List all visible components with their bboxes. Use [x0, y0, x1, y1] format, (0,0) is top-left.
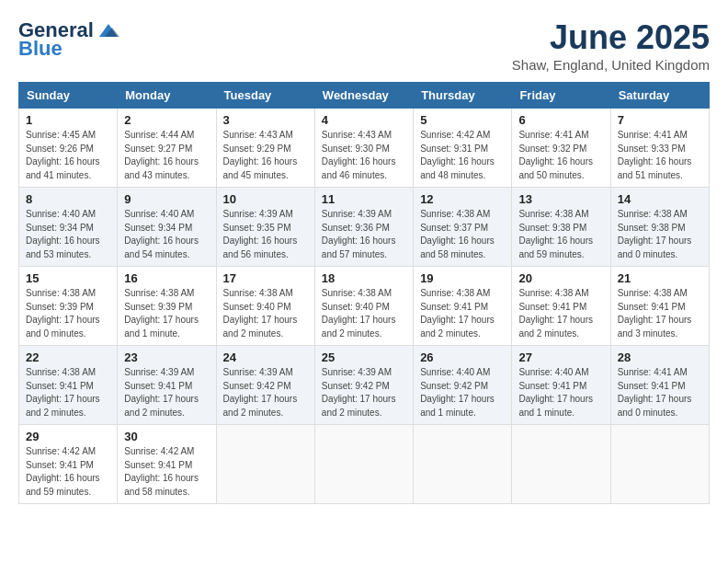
day-info: Sunrise: 4:38 AM Sunset: 9:41 PM Dayligh… — [618, 287, 702, 340]
calendar-col-header: Saturday — [610, 83, 709, 109]
logo-icon — [96, 20, 121, 40]
calendar-header-row: SundayMondayTuesdayWednesdayThursdayFrid… — [19, 83, 710, 109]
day-number: 23 — [124, 350, 209, 364]
calendar-title: June 2025 — [512, 18, 710, 57]
day-number: 22 — [26, 350, 110, 364]
day-info: Sunrise: 4:38 AM Sunset: 9:40 PM Dayligh… — [223, 287, 308, 340]
calendar-day-cell: 30Sunrise: 4:42 AM Sunset: 9:41 PM Dayli… — [118, 425, 216, 504]
day-number: 1 — [26, 113, 110, 127]
day-number: 4 — [322, 113, 406, 127]
day-info: Sunrise: 4:40 AM Sunset: 9:41 PM Dayligh… — [518, 366, 603, 419]
day-info: Sunrise: 4:38 AM Sunset: 9:39 PM Dayligh… — [26, 287, 110, 340]
day-number: 11 — [322, 192, 406, 206]
day-number: 7 — [618, 113, 702, 127]
day-number: 14 — [618, 192, 702, 206]
calendar-day-cell: 27Sunrise: 4:40 AM Sunset: 9:41 PM Dayli… — [512, 346, 610, 425]
title-area: June 2025 Shaw, England, United Kingdom — [512, 18, 710, 73]
calendar-col-header: Thursday — [414, 83, 512, 109]
day-number: 8 — [26, 192, 110, 206]
day-info: Sunrise: 4:38 AM Sunset: 9:39 PM Dayligh… — [124, 287, 209, 340]
day-number: 25 — [322, 350, 406, 364]
day-info: Sunrise: 4:39 AM Sunset: 9:36 PM Dayligh… — [322, 208, 406, 261]
day-info: Sunrise: 4:40 AM Sunset: 9:42 PM Dayligh… — [420, 366, 505, 419]
day-info: Sunrise: 4:38 AM Sunset: 9:41 PM Dayligh… — [518, 287, 603, 340]
day-number: 30 — [124, 430, 209, 443]
calendar-day-cell: 9Sunrise: 4:40 AM Sunset: 9:34 PM Daylig… — [118, 188, 216, 267]
day-number: 19 — [420, 271, 505, 285]
day-info: Sunrise: 4:42 AM Sunset: 9:41 PM Dayligh… — [26, 445, 110, 499]
calendar-col-header: Friday — [512, 83, 610, 109]
day-number: 6 — [518, 113, 603, 127]
day-info: Sunrise: 4:38 AM Sunset: 9:41 PM Dayligh… — [26, 366, 110, 419]
calendar-col-header: Tuesday — [216, 83, 314, 109]
day-number: 5 — [420, 113, 505, 127]
day-info: Sunrise: 4:39 AM Sunset: 9:35 PM Dayligh… — [223, 208, 308, 261]
calendar-day-cell: 23Sunrise: 4:39 AM Sunset: 9:41 PM Dayli… — [118, 346, 216, 425]
day-number: 15 — [26, 271, 110, 285]
day-info: Sunrise: 4:39 AM Sunset: 9:42 PM Dayligh… — [223, 366, 308, 419]
day-number: 16 — [124, 271, 209, 285]
calendar-day-cell: 17Sunrise: 4:38 AM Sunset: 9:40 PM Dayli… — [216, 267, 314, 346]
day-number: 2 — [124, 113, 209, 127]
calendar-day-cell: 25Sunrise: 4:39 AM Sunset: 9:42 PM Dayli… — [314, 346, 413, 425]
calendar-day-cell: 8Sunrise: 4:40 AM Sunset: 9:34 PM Daylig… — [19, 188, 118, 267]
calendar-day-cell — [216, 425, 314, 504]
calendar-day-cell: 29Sunrise: 4:42 AM Sunset: 9:41 PM Dayli… — [19, 425, 118, 504]
day-number: 13 — [518, 192, 603, 206]
day-info: Sunrise: 4:38 AM Sunset: 9:40 PM Dayligh… — [322, 287, 406, 340]
day-info: Sunrise: 4:38 AM Sunset: 9:38 PM Dayligh… — [518, 208, 603, 261]
calendar-day-cell: 16Sunrise: 4:38 AM Sunset: 9:39 PM Dayli… — [118, 267, 216, 346]
calendar-day-cell: 14Sunrise: 4:38 AM Sunset: 9:38 PM Dayli… — [610, 188, 709, 267]
day-number: 20 — [518, 271, 603, 285]
calendar-body: 1Sunrise: 4:45 AM Sunset: 9:26 PM Daylig… — [19, 109, 710, 504]
logo: General Blue — [18, 18, 121, 61]
calendar-day-cell: 24Sunrise: 4:39 AM Sunset: 9:42 PM Dayli… — [216, 346, 314, 425]
calendar-day-cell: 18Sunrise: 4:38 AM Sunset: 9:40 PM Dayli… — [314, 267, 413, 346]
day-number: 10 — [223, 192, 308, 206]
calendar-day-cell: 1Sunrise: 4:45 AM Sunset: 9:26 PM Daylig… — [19, 109, 118, 188]
calendar-col-header: Monday — [118, 83, 216, 109]
day-number: 21 — [618, 271, 702, 285]
day-info: Sunrise: 4:38 AM Sunset: 9:41 PM Dayligh… — [420, 287, 505, 340]
calendar-day-cell — [314, 425, 413, 504]
day-info: Sunrise: 4:43 AM Sunset: 9:30 PM Dayligh… — [322, 129, 406, 182]
day-info: Sunrise: 4:41 AM Sunset: 9:33 PM Dayligh… — [618, 129, 702, 182]
day-info: Sunrise: 4:42 AM Sunset: 9:31 PM Dayligh… — [420, 129, 505, 182]
calendar-day-cell — [414, 425, 512, 504]
day-number: 18 — [322, 271, 406, 285]
calendar-day-cell: 19Sunrise: 4:38 AM Sunset: 9:41 PM Dayli… — [414, 267, 512, 346]
calendar-week-row: 29Sunrise: 4:42 AM Sunset: 9:41 PM Dayli… — [19, 425, 710, 504]
day-info: Sunrise: 4:41 AM Sunset: 9:32 PM Dayligh… — [518, 129, 603, 182]
calendar-week-row: 15Sunrise: 4:38 AM Sunset: 9:39 PM Dayli… — [19, 267, 710, 346]
calendar-day-cell: 10Sunrise: 4:39 AM Sunset: 9:35 PM Dayli… — [216, 188, 314, 267]
calendar-day-cell: 2Sunrise: 4:44 AM Sunset: 9:27 PM Daylig… — [118, 109, 216, 188]
logo-text-blue: Blue — [18, 37, 63, 61]
day-number: 27 — [518, 350, 603, 364]
day-info: Sunrise: 4:39 AM Sunset: 9:42 PM Dayligh… — [322, 366, 406, 419]
day-number: 12 — [420, 192, 505, 206]
calendar-day-cell — [512, 425, 610, 504]
day-number: 29 — [26, 430, 110, 443]
calendar-day-cell: 22Sunrise: 4:38 AM Sunset: 9:41 PM Dayli… — [19, 346, 118, 425]
calendar-day-cell: 6Sunrise: 4:41 AM Sunset: 9:32 PM Daylig… — [512, 109, 610, 188]
day-number: 9 — [124, 192, 209, 206]
day-number: 3 — [223, 113, 308, 127]
day-info: Sunrise: 4:38 AM Sunset: 9:37 PM Dayligh… — [420, 208, 505, 261]
calendar-day-cell: 4Sunrise: 4:43 AM Sunset: 9:30 PM Daylig… — [314, 109, 413, 188]
calendar-day-cell: 28Sunrise: 4:41 AM Sunset: 9:41 PM Dayli… — [610, 346, 709, 425]
day-info: Sunrise: 4:42 AM Sunset: 9:41 PM Dayligh… — [124, 445, 209, 499]
calendar-day-cell: 13Sunrise: 4:38 AM Sunset: 9:38 PM Dayli… — [512, 188, 610, 267]
calendar-day-cell: 20Sunrise: 4:38 AM Sunset: 9:41 PM Dayli… — [512, 267, 610, 346]
calendar-day-cell: 21Sunrise: 4:38 AM Sunset: 9:41 PM Dayli… — [610, 267, 709, 346]
calendar-day-cell: 7Sunrise: 4:41 AM Sunset: 9:33 PM Daylig… — [610, 109, 709, 188]
day-number: 28 — [618, 350, 702, 364]
day-info: Sunrise: 4:41 AM Sunset: 9:41 PM Dayligh… — [618, 366, 702, 419]
day-number: 24 — [223, 350, 308, 364]
day-number: 26 — [420, 350, 505, 364]
calendar-week-row: 8Sunrise: 4:40 AM Sunset: 9:34 PM Daylig… — [19, 188, 710, 267]
page-header: General Blue June 2025 Shaw, England, Un… — [18, 18, 710, 73]
calendar-day-cell: 12Sunrise: 4:38 AM Sunset: 9:37 PM Dayli… — [414, 188, 512, 267]
calendar-day-cell: 5Sunrise: 4:42 AM Sunset: 9:31 PM Daylig… — [414, 109, 512, 188]
calendar-table: SundayMondayTuesdayWednesdayThursdayFrid… — [18, 82, 710, 504]
day-info: Sunrise: 4:40 AM Sunset: 9:34 PM Dayligh… — [124, 208, 209, 261]
